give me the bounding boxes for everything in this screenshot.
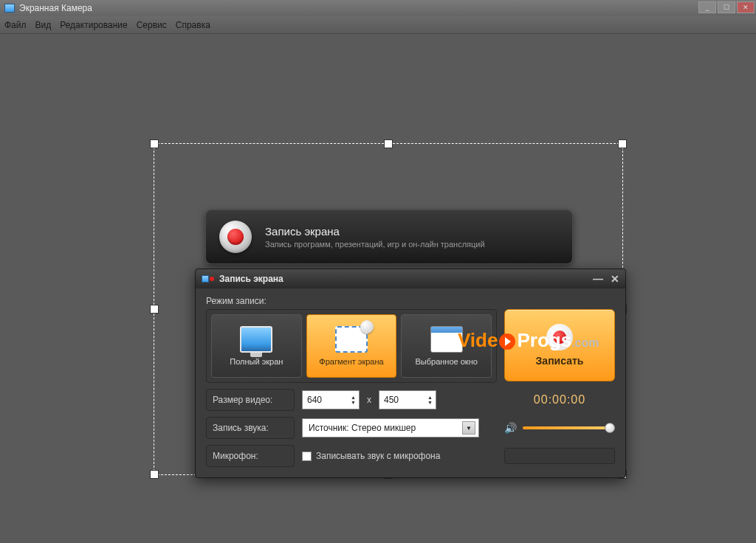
mode-label: Режим записи: <box>206 296 615 306</box>
minimize-button[interactable]: _ <box>698 1 716 13</box>
dialog-icon <box>202 274 215 284</box>
record-icon <box>219 221 252 253</box>
resize-handle-sw[interactable] <box>150 470 159 479</box>
width-value: 640 <box>307 395 322 405</box>
spinner-arrows-icon[interactable]: ▲▼ <box>427 395 433 405</box>
height-value: 450 <box>384 395 399 405</box>
volume-slider[interactable] <box>523 426 615 429</box>
workspace: Запись экрана Запись программ, презентац… <box>0 34 756 543</box>
mode-fragment[interactable]: Фрагмент экрана <box>306 314 397 378</box>
monitor-icon <box>240 326 272 353</box>
window-titlebar: Экранная Камера _ ☐ ✕ <box>0 0 756 16</box>
dialog-minimize-button[interactable]: — <box>593 273 603 285</box>
dialog-titlebar[interactable]: Запись экрана — ✕ <box>196 269 625 288</box>
menu-bar: Файл Вид Редактирование Сервис Справка <box>0 16 756 34</box>
mic-record-checkbox[interactable] <box>302 452 312 461</box>
size-label: Размер видео: <box>206 389 295 411</box>
mode-window[interactable]: Выбранное окно <box>401 314 492 378</box>
record-dialog: Запись экрана — ✕ Режим записи: Полный э… <box>195 269 626 478</box>
audio-source-select[interactable]: Источник: Стерео микшер ▼ <box>302 418 479 437</box>
menu-edit[interactable]: Редактирование <box>60 20 127 30</box>
close-button[interactable]: ✕ <box>737 1 755 13</box>
timer-display: 00:00:00 <box>504 393 615 407</box>
menu-service[interactable]: Сервис <box>137 20 167 30</box>
record-banner: Запись экрана Запись программ, презентац… <box>205 210 573 264</box>
resize-handle-w[interactable] <box>150 305 159 314</box>
mic-level-meter <box>504 448 615 464</box>
slider-thumb[interactable] <box>605 423 615 433</box>
resize-handle-ne[interactable] <box>618 139 627 148</box>
menu-file[interactable]: Файл <box>4 20 27 30</box>
mic-checkbox-label: Записывать звук с микрофона <box>316 451 440 461</box>
window-icon <box>430 326 463 353</box>
dialog-title: Запись экрана <box>219 274 284 284</box>
app-icon <box>4 4 15 13</box>
record-button[interactable]: Записать <box>504 309 615 381</box>
height-input[interactable]: 450 ▲▼ <box>379 390 436 409</box>
fragment-icon <box>335 326 368 353</box>
audio-source-value: Источник: Стерео микшер <box>309 423 416 433</box>
record-button-label: Записать <box>536 355 584 367</box>
mode-group: Полный экран Фрагмент экрана Выбранное о… <box>206 309 497 383</box>
resize-handle-nw[interactable] <box>150 139 159 148</box>
chevron-down-icon[interactable]: ▼ <box>462 421 475 435</box>
record-dot-icon <box>546 324 573 350</box>
menu-view[interactable]: Вид <box>35 20 52 30</box>
maximize-button[interactable]: ☐ <box>718 1 735 13</box>
audio-label: Запись звука: <box>206 417 295 439</box>
dialog-close-button[interactable]: ✕ <box>611 273 619 285</box>
mic-label: Микрофон: <box>206 445 295 467</box>
banner-title: Запись экрана <box>265 225 485 238</box>
window-title: Экранная Камера <box>19 3 92 13</box>
volume-icon: 🔊 <box>504 422 517 434</box>
mode-window-label: Выбранное окно <box>416 357 478 366</box>
spinner-arrows-icon[interactable]: ▲▼ <box>351 395 356 405</box>
resize-handle-n[interactable] <box>384 139 393 148</box>
mode-fullscreen[interactable]: Полный экран <box>211 314 302 378</box>
size-separator: x <box>367 395 371 405</box>
banner-subtitle: Запись программ, презентаций, игр и он-л… <box>265 240 485 249</box>
menu-help[interactable]: Справка <box>176 20 210 30</box>
mode-fullscreen-label: Полный экран <box>230 357 283 366</box>
width-input[interactable]: 640 ▲▼ <box>302 390 360 409</box>
mode-fragment-label: Фрагмент экрана <box>319 357 383 366</box>
